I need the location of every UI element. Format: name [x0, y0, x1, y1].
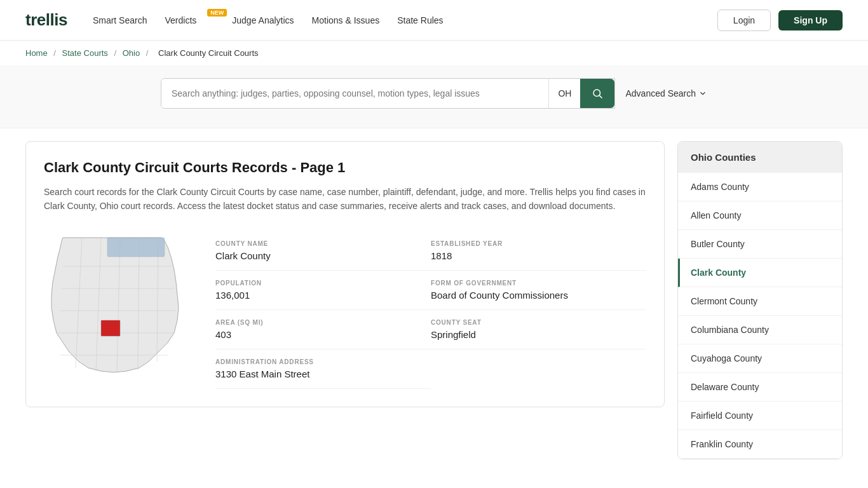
- county-info: COUNTY NAME Clark County ESTABLISHED YEA…: [44, 231, 646, 389]
- nav-verdicts[interactable]: Verdicts NEW: [165, 15, 214, 25]
- nav-state-rules[interactable]: State Rules: [397, 15, 443, 25]
- area-label: AREA (SQ MI): [215, 319, 431, 326]
- sidebar-item-clark-county[interactable]: Clark County: [678, 259, 842, 287]
- svg-point-0: [593, 90, 600, 97]
- sidebar-item-franklin-county[interactable]: Franklin County: [678, 430, 842, 459]
- search-state-indicator: OH: [548, 79, 580, 108]
- page-description: Search court records for the Clark Count…: [44, 185, 646, 214]
- county-name-block: COUNTY NAME Clark County: [215, 231, 431, 271]
- login-button[interactable]: Login: [717, 10, 771, 31]
- area-block: AREA (SQ MI) 403: [215, 310, 431, 349]
- sidebar-item-butler-county[interactable]: Butler County: [678, 230, 842, 259]
- sidebar-items-container: Adams CountyAllen CountyButler CountyCla…: [678, 173, 842, 459]
- government-block: FORM OF GOVERNMENT Board of County Commi…: [431, 271, 646, 310]
- county-name-value: Clark County: [215, 250, 431, 261]
- sidebar-header: Ohio Counties: [678, 142, 842, 173]
- established-label: ESTABLISHED YEAR: [431, 240, 646, 247]
- county-map: [44, 231, 196, 389]
- population-label: POPULATION: [215, 280, 431, 287]
- area-value: 403: [215, 329, 431, 340]
- main-content: Clark County Circuit Courts Records - Pa…: [0, 128, 868, 472]
- search-input-wrap: OH: [161, 78, 615, 109]
- seat-value: Springfield: [431, 329, 646, 340]
- nav-smart-search[interactable]: Smart Search: [93, 15, 147, 25]
- seat-block: COUNTY SEAT Springfield: [431, 310, 646, 349]
- nav-judge-analytics[interactable]: Judge Analytics: [232, 15, 294, 25]
- established-block: ESTABLISHED YEAR 1818: [431, 231, 646, 271]
- breadcrumb-state[interactable]: Ohio: [123, 48, 140, 58]
- page-title: Clark County Circuit Courts Records - Pa…: [44, 159, 646, 176]
- search-input[interactable]: [161, 79, 548, 108]
- verdicts-badge: NEW: [207, 9, 227, 17]
- address-label: ADMINISTRATION ADDRESS: [215, 358, 431, 365]
- sidebar-item-delaware-county[interactable]: Delaware County: [678, 373, 842, 402]
- county-name-label: COUNTY NAME: [215, 240, 431, 247]
- search-section: OH Advanced Search: [0, 65, 868, 128]
- advanced-search-button[interactable]: Advanced Search: [625, 88, 707, 98]
- sidebar-item-cuyahoga-county[interactable]: Cuyahoga County: [678, 344, 842, 373]
- established-value: 1818: [431, 250, 646, 261]
- header: trellis Smart Search Verdicts NEW Judge …: [0, 0, 868, 41]
- ohio-map-svg: [44, 231, 184, 377]
- breadcrumb: Home / State Courts / Ohio / Clark Count…: [0, 41, 868, 65]
- header-right: Login Sign Up: [717, 10, 843, 31]
- population-value: 136,001: [215, 290, 431, 301]
- address-value: 3130 East Main Street: [215, 369, 431, 379]
- government-value: Board of County Commissioners: [431, 290, 646, 301]
- svg-line-1: [600, 95, 602, 98]
- nav-motions[interactable]: Motions & Issues: [312, 15, 380, 25]
- breadcrumb-current: Clark County Circuit Courts: [158, 48, 259, 58]
- search-bar: OH Advanced Search: [161, 78, 707, 109]
- logo[interactable]: trellis: [25, 10, 67, 30]
- breadcrumb-sep2: /: [114, 48, 116, 58]
- left-panel: Clark County Circuit Courts Records - Pa…: [25, 141, 665, 407]
- government-label: FORM OF GOVERNMENT: [431, 280, 646, 287]
- sidebar-item-columbiana-county[interactable]: Columbiana County: [678, 316, 842, 344]
- svg-rect-13: [101, 320, 120, 336]
- county-details: COUNTY NAME Clark County ESTABLISHED YEA…: [215, 231, 646, 389]
- chevron-down-icon: [698, 89, 707, 98]
- population-block: POPULATION 136,001: [215, 271, 431, 310]
- breadcrumb-state-courts[interactable]: State Courts: [62, 48, 108, 58]
- header-left: trellis Smart Search Verdicts NEW Judge …: [25, 10, 444, 30]
- seat-label: COUNTY SEAT: [431, 319, 646, 326]
- breadcrumb-sep3: /: [146, 48, 149, 58]
- sidebar-item-fairfield-county[interactable]: Fairfield County: [678, 402, 842, 430]
- sidebar-item-allen-county[interactable]: Allen County: [678, 201, 842, 230]
- main-nav: Smart Search Verdicts NEW Judge Analytic…: [93, 15, 444, 25]
- search-icon: [592, 88, 603, 99]
- svg-rect-12: [107, 238, 165, 257]
- breadcrumb-home[interactable]: Home: [25, 48, 48, 58]
- address-block: ADMINISTRATION ADDRESS 3130 East Main St…: [215, 349, 431, 389]
- signup-button[interactable]: Sign Up: [778, 10, 843, 30]
- breadcrumb-sep1: /: [53, 48, 56, 58]
- sidebar-item-clermont-county[interactable]: Clermont County: [678, 287, 842, 316]
- right-sidebar: Ohio Counties Adams CountyAllen CountyBu…: [677, 141, 843, 459]
- search-button[interactable]: [580, 79, 614, 108]
- sidebar-item-adams-county[interactable]: Adams County: [678, 173, 842, 201]
